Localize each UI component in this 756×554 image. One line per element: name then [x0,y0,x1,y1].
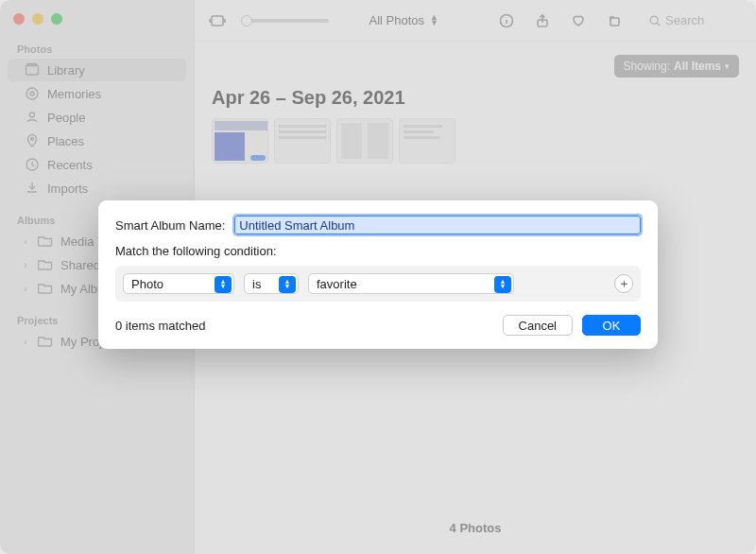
condition-value-select[interactable]: favorite ▲▼ [308,273,514,294]
select-value: favorite [317,277,357,291]
condition-row: Photo ▲▼ is ▲▼ favorite ▲▼ ＋ [115,266,641,302]
add-condition-button[interactable]: ＋ [614,274,633,293]
select-value: Photo [131,277,163,291]
dialog-footer: 0 items matched Cancel OK [115,315,641,336]
plus-icon: ＋ [618,275,630,292]
matched-count-label: 0 items matched [115,319,205,333]
cancel-button[interactable]: Cancel [503,315,573,336]
ok-button[interactable]: OK [582,315,641,336]
condition-field-select[interactable]: Photo ▲▼ [123,273,234,294]
button-label: OK [603,319,621,333]
select-value: is [252,277,261,291]
condition-operator-select[interactable]: is ▲▼ [244,273,299,294]
smart-album-dialog: Smart Album Name: Match the following co… [98,200,658,349]
updown-icon: ▲▼ [215,276,232,293]
updown-icon: ▲▼ [279,276,296,293]
smart-album-name-label: Smart Album Name: [115,218,225,233]
condition-label: Match the following condition: [115,244,641,258]
smart-album-name-input[interactable] [234,216,641,234]
updown-icon: ▲▼ [494,276,511,293]
app-window: Photos Library Memories People Places [0,0,756,554]
button-label: Cancel [519,319,557,333]
